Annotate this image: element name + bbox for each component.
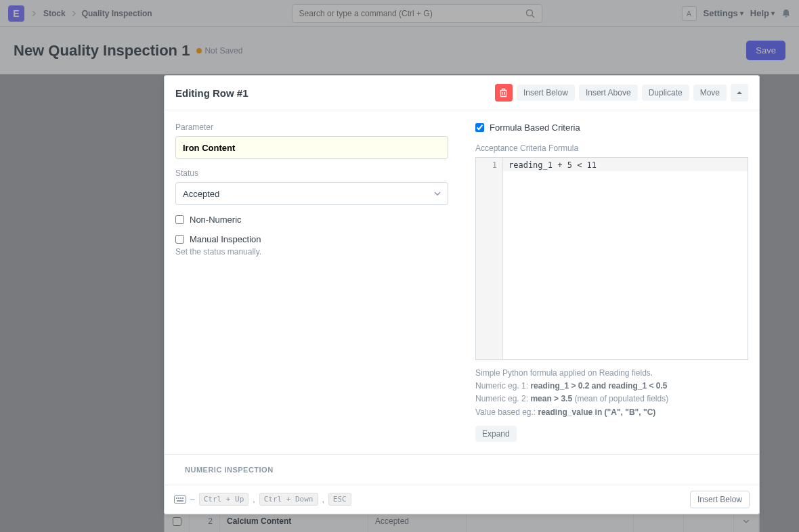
insert-above-button[interactable]: Insert Above bbox=[579, 85, 638, 101]
svg-point-0 bbox=[526, 9, 532, 16]
non-numeric-checkbox-row[interactable]: Non-Numeric bbox=[175, 215, 448, 225]
help-menu[interactable]: Help ▾ bbox=[750, 8, 775, 18]
manual-inspection-help: Set the status manually. bbox=[175, 247, 448, 257]
footer-insert-below-button[interactable]: Insert Below bbox=[690, 491, 750, 508]
duplicate-button[interactable]: Duplicate bbox=[642, 85, 689, 101]
svg-rect-3 bbox=[176, 497, 177, 499]
caret-down-icon: ▾ bbox=[771, 9, 775, 17]
save-button[interactable]: Save bbox=[746, 41, 785, 60]
page-header: New Quality Inspection 1 Not Saved Save bbox=[0, 27, 799, 74]
parameter-label: Parameter bbox=[175, 123, 448, 132]
chevron-down-icon bbox=[434, 192, 441, 196]
manual-inspection-checkbox-row[interactable]: Manual Inspection bbox=[175, 234, 448, 244]
code-gutter: 1 bbox=[476, 158, 503, 359]
code-content[interactable]: reading_1 + 5 < 11 bbox=[503, 158, 748, 359]
modal-header: Editing Row #1 Insert Below Insert Above… bbox=[165, 76, 759, 110]
modal-title: Editing Row #1 bbox=[175, 87, 249, 99]
formula-criteria-checkbox[interactable] bbox=[475, 123, 484, 132]
svg-line-1 bbox=[532, 15, 534, 18]
chevron-right-icon bbox=[31, 10, 37, 17]
svg-rect-2 bbox=[175, 495, 186, 503]
avatar[interactable]: A bbox=[682, 6, 697, 21]
search-icon bbox=[525, 9, 535, 18]
app-logo[interactable]: E bbox=[8, 5, 24, 22]
formula-label: Acceptance Criteria Formula bbox=[475, 143, 748, 153]
expand-button[interactable]: Expand bbox=[475, 426, 517, 442]
chevron-down-icon bbox=[743, 519, 750, 523]
insert-below-button[interactable]: Insert Below bbox=[517, 85, 575, 101]
formula-criteria-checkbox-row[interactable]: Formula Based Criteria bbox=[475, 123, 748, 133]
settings-menu[interactable]: Settings ▾ bbox=[704, 8, 743, 18]
row-checkbox[interactable] bbox=[173, 517, 181, 526]
page-title: New Quality Inspection 1 bbox=[14, 42, 190, 60]
manual-inspection-checkbox[interactable] bbox=[175, 235, 184, 244]
section-numeric-inspection: NUMERIC INSPECTION bbox=[165, 454, 759, 485]
svg-rect-7 bbox=[177, 500, 183, 502]
kbd-ctrl-up: Ctrl + Up bbox=[199, 493, 249, 506]
navbar: E Stock Quality Inspection A Settings ▾ … bbox=[0, 0, 799, 27]
formula-editor[interactable]: 1 reading_1 + 5 < 11 bbox=[475, 157, 748, 360]
svg-rect-5 bbox=[180, 497, 181, 499]
chevron-up-icon bbox=[736, 91, 743, 95]
non-numeric-checkbox[interactable] bbox=[175, 215, 184, 224]
status-badge: Not Saved bbox=[196, 46, 242, 56]
svg-rect-4 bbox=[178, 497, 179, 499]
kbd-ctrl-down: Ctrl + Down bbox=[259, 493, 318, 506]
keyboard-icon bbox=[174, 495, 186, 504]
row-editor-modal: Editing Row #1 Insert Below Insert Above… bbox=[164, 75, 760, 514]
modal-footer: – Ctrl + Up, Ctrl + Down, ESC Insert Bel… bbox=[165, 485, 759, 514]
kbd-esc: ESC bbox=[328, 493, 351, 506]
search-input[interactable] bbox=[299, 9, 525, 18]
keyboard-hints: – Ctrl + Up, Ctrl + Down, ESC bbox=[174, 493, 351, 506]
status-dot-icon bbox=[196, 48, 202, 53]
status-select[interactable]: Accepted bbox=[175, 182, 448, 205]
status-label: Status bbox=[175, 169, 448, 178]
search-box[interactable] bbox=[292, 4, 542, 23]
breadcrumb-item[interactable]: Stock bbox=[43, 9, 66, 18]
delete-button[interactable] bbox=[495, 84, 513, 102]
svg-rect-6 bbox=[182, 497, 183, 499]
move-button[interactable]: Move bbox=[693, 85, 727, 101]
parameter-input[interactable] bbox=[175, 136, 448, 159]
formula-help: Simple Python formula applied on Reading… bbox=[475, 367, 748, 419]
breadcrumb-item[interactable]: Quality Inspection bbox=[82, 9, 152, 18]
collapse-button[interactable] bbox=[731, 84, 748, 102]
caret-down-icon: ▾ bbox=[740, 9, 743, 17]
bell-icon[interactable] bbox=[781, 9, 791, 18]
chevron-right-icon bbox=[71, 10, 77, 17]
trash-icon bbox=[499, 88, 508, 97]
breadcrumb: Stock Quality Inspection bbox=[43, 9, 152, 18]
